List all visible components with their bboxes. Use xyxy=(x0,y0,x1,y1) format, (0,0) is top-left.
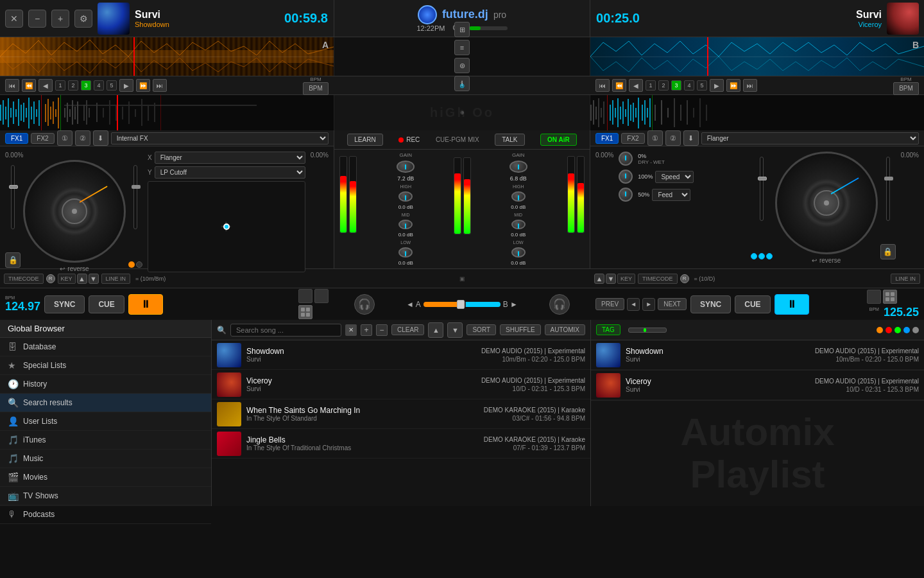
mix-ctrl-2[interactable]: ≡ xyxy=(454,40,470,55)
mid-b-knob[interactable] xyxy=(511,220,526,230)
deck-b-grid-1[interactable] xyxy=(867,290,881,304)
deck-a-grid-3[interactable] xyxy=(298,305,312,319)
deck-b-fwd[interactable]: ▶ xyxy=(710,79,724,92)
deck-b-back[interactable]: ◀ xyxy=(629,79,643,92)
deck-a-fx-num1[interactable]: ① xyxy=(57,130,73,146)
clear-btn[interactable]: CLEAR xyxy=(391,324,424,335)
deck-a-waveform[interactable]: A xyxy=(0,37,334,76)
color-dot-green[interactable] xyxy=(894,327,901,333)
deck-a-bpm-btn[interactable]: BPM xyxy=(303,82,329,95)
deck-a-skip-end[interactable]: ⏭ xyxy=(153,79,167,92)
deck-b-speed-select[interactable]: Speed xyxy=(655,171,694,183)
deck-a-xy-pad[interactable]: ✛ xyxy=(148,181,305,272)
deck-a-cue[interactable]: CUE xyxy=(89,295,124,313)
deck-a-beat3[interactable]: 3 xyxy=(81,80,91,91)
color-dot-gray[interactable] xyxy=(912,327,919,333)
track-row-viceroy[interactable]: Viceroy Survi DEMO AUDIO (2015) | Experi… xyxy=(212,370,590,399)
deck-b-cue[interactable]: CUE xyxy=(735,295,770,313)
add-btn[interactable]: + xyxy=(361,324,372,336)
deck-a-minimize[interactable]: − xyxy=(28,10,46,28)
deck-a-mini-waveform[interactable] xyxy=(0,95,334,130)
deck-b-pitch-thumb-r[interactable] xyxy=(884,177,893,180)
sidebar-item-tv[interactable]: 📺 TV Shows xyxy=(0,487,211,505)
deck-a-gear[interactable]: ⚙ xyxy=(74,10,92,28)
deck-b-fx-download[interactable]: ⬇ xyxy=(683,130,699,146)
automix-slider[interactable] xyxy=(628,328,667,333)
deck-b-key-down[interactable]: ▼ xyxy=(606,274,616,284)
deck-b-pitch-thumb-l[interactable] xyxy=(758,177,767,180)
deck-b-fx-num2[interactable]: ② xyxy=(665,130,681,146)
color-dot-red[interactable] xyxy=(886,327,892,333)
low-a-knob[interactable] xyxy=(398,247,413,258)
deck-b-line-in[interactable]: LINE IN xyxy=(891,274,920,284)
track-row-jingle[interactable]: Jingle Bells In The Style Of Traditional… xyxy=(212,429,590,459)
search-input[interactable] xyxy=(230,324,341,337)
deck-b-beat4[interactable]: 4 xyxy=(684,80,694,91)
sidebar-item-history[interactable]: 🕐 History xyxy=(0,375,211,394)
deck-b-fast-fwd[interactable]: ⏩ xyxy=(726,79,740,92)
on-air-button[interactable]: ON AiR xyxy=(540,134,577,146)
deck-b-timecode-dot[interactable]: R xyxy=(680,274,689,283)
high-a-knob[interactable] xyxy=(398,191,413,202)
deck-a-rewind[interactable]: ⏪ xyxy=(22,79,36,92)
sidebar-item-special[interactable]: ★ Special Lists xyxy=(0,356,211,375)
deck-b-beat5[interactable]: 5 xyxy=(697,80,707,91)
deck-a-lock[interactable]: 🔒 xyxy=(5,252,21,268)
deck-b-lock[interactable]: 🔒 xyxy=(880,244,896,259)
deck-b-key-btn[interactable]: KEY xyxy=(617,274,635,284)
deck-b-play[interactable]: ⏸ xyxy=(774,294,809,315)
color-dot-blue[interactable] xyxy=(903,327,910,333)
mix-ctrl-3[interactable]: ⊛ xyxy=(454,58,470,73)
deck-a-grid-2[interactable] xyxy=(314,289,329,303)
mid-a-knob[interactable] xyxy=(398,220,413,230)
low-b-knob[interactable] xyxy=(511,247,526,258)
deck-b-beat2[interactable]: 2 xyxy=(658,80,669,91)
deck-a-x-select[interactable]: Flanger xyxy=(155,152,305,164)
deck-a-beat1[interactable]: 1 xyxy=(55,80,65,91)
deck-a-beat4[interactable]: 4 xyxy=(94,80,104,91)
prev-btn[interactable]: PREV xyxy=(595,298,624,310)
headphone-btn-left[interactable]: 🎧 xyxy=(354,294,375,315)
automix-track-viceroy[interactable]: Viceroy Survi DEMO AUDIO (2015) | Experi… xyxy=(591,371,924,401)
deck-a-turntable[interactable] xyxy=(23,160,126,263)
sidebar-item-user-lists[interactable]: 👤 User Lists xyxy=(0,412,211,431)
deck-a-pitch-thumb[interactable] xyxy=(9,185,18,189)
deck-b-timecode-btn[interactable]: TIMECODE xyxy=(638,274,678,284)
deck-b-skip-end[interactable]: ⏭ xyxy=(743,79,757,92)
deck-b-feed-select[interactable]: Feed xyxy=(652,189,690,201)
deck-a-sync[interactable]: SYNC xyxy=(44,295,85,313)
deck-a-fwd[interactable]: ▶ xyxy=(119,79,133,92)
gain-b-knob[interactable] xyxy=(509,161,527,173)
sidebar-item-itunes[interactable]: 🎵 iTunes xyxy=(0,431,211,450)
color-dot-orange[interactable] xyxy=(877,327,883,333)
next-arrow[interactable]: ► xyxy=(642,298,655,311)
deck-a-beat5[interactable]: 5 xyxy=(107,80,117,91)
next-btn[interactable]: NEXT xyxy=(658,298,687,310)
deck-b-grid-2[interactable] xyxy=(883,290,897,304)
deck-b-bpm-btn[interactable]: BPM xyxy=(893,82,919,95)
talk-button[interactable]: TALK xyxy=(495,134,524,146)
sidebar-item-podcasts[interactable]: 🎙 Podcasts xyxy=(0,505,211,524)
deck-b-dry-wet-knob[interactable] xyxy=(619,152,633,166)
deck-b-beat3[interactable]: 3 xyxy=(671,80,681,91)
deck-a-y-select[interactable]: LP Cutoff xyxy=(155,166,305,179)
tag-btn[interactable]: TAG xyxy=(596,324,620,335)
deck-b-key-up[interactable]: ▲ xyxy=(594,274,604,284)
deck-a-grid-1[interactable] xyxy=(298,289,312,303)
ab-track[interactable] xyxy=(424,302,501,307)
deck-a-fx-download[interactable]: ⬇ xyxy=(93,130,108,146)
deck-b-fx-num1[interactable]: ① xyxy=(647,130,663,146)
deck-a-reverse[interactable]: ↩ reverse xyxy=(60,265,89,272)
automix-btn[interactable]: AUTOMIX xyxy=(545,324,585,335)
high-b-knob[interactable] xyxy=(511,191,526,202)
deck-a-fx1[interactable]: FX1 xyxy=(5,133,28,144)
deck-b-fx2[interactable]: FX2 xyxy=(621,133,644,144)
deck-a-maximize[interactable]: + xyxy=(51,10,69,28)
deck-a-pitch-thumb-r[interactable] xyxy=(132,185,141,189)
arrow-up-btn[interactable]: ▲ xyxy=(428,322,443,338)
deck-b-turntable[interactable] xyxy=(775,152,878,254)
automix-track-showdown[interactable]: Showdown Survi DEMO AUDIO (2015) | Exper… xyxy=(591,340,924,371)
deck-a-fast-fwd[interactable]: ⏩ xyxy=(136,79,150,92)
deck-b-mini-waveform[interactable] xyxy=(590,95,924,130)
sidebar-item-search[interactable]: 🔍 Search results xyxy=(0,394,211,412)
